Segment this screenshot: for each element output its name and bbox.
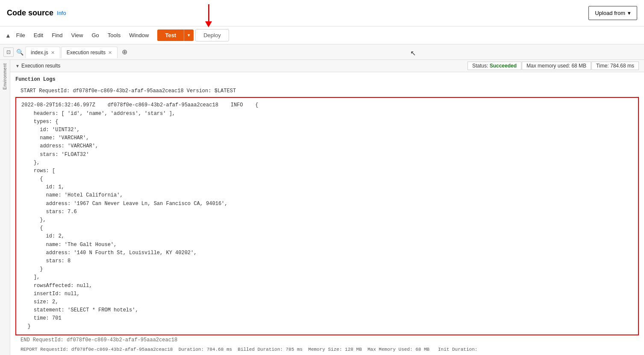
tab-index-js[interactable]: index.js ✕ [25, 47, 60, 58]
dropdown-chevron-icon: ▾ [628, 10, 631, 16]
deploy-button[interactable]: Deploy [195, 29, 229, 41]
status-item: Status: Succeeded [468, 62, 521, 70]
tab-index-js-close[interactable]: ✕ [51, 50, 55, 56]
test-button-group: Test ▾ [157, 29, 194, 41]
start-log-line: START RequestId: df078f0e-c869-43b2-afaf… [15, 85, 639, 97]
tabs-bar: ⊡ 🔍 index.js ✕ Execution results ✕ ⊕ [0, 44, 644, 60]
header-left: Code source Info [7, 9, 66, 18]
menu-go[interactable]: Go [88, 30, 102, 40]
exec-header-left: ▼ Execution results [15, 63, 60, 69]
status-value: Succeeded [490, 63, 517, 69]
status-label: Status: [472, 63, 488, 69]
test-dropdown-button[interactable]: ▾ [184, 29, 194, 41]
menu-edit[interactable]: Edit [30, 30, 47, 40]
exec-results-label: Execution results [21, 63, 60, 69]
editor-pane: ▼ Execution results Status: Succeeded Ma… [10, 60, 644, 355]
collapse-triangle-icon[interactable]: ▼ [15, 64, 20, 68]
function-logs: Function Logs START RequestId: df078f0e-… [10, 72, 644, 355]
tab-execution-results[interactable]: Execution results ✕ [61, 47, 118, 58]
toolbar: ▲ File Edit Find View Go Tools Window Te… [0, 26, 644, 44]
environment-label: Environment [3, 63, 7, 90]
cursor-indicator: ↖ [410, 49, 416, 57]
end-log-line: END RequestId: df078f0e-c869-43b2-afaf-9… [15, 335, 639, 345]
app-title: Code source [7, 9, 53, 18]
tab-index-js-label: index.js [31, 50, 48, 56]
log-code-content: headers: [ 'id', 'name', 'address', 'sta… [21, 111, 227, 330]
menu-view[interactable]: View [68, 30, 87, 40]
report-log-line: REPORT RequestId: df078f0e-c869-43b2-afa… [15, 345, 639, 355]
sidebar-toggle-button[interactable]: ⊡ [3, 47, 14, 57]
collapse-button[interactable]: ▲ [5, 32, 11, 39]
info-badge[interactable]: Info [57, 10, 66, 16]
tab-execution-results-label: Execution results [67, 50, 106, 56]
upload-from-label: Upload from [595, 10, 625, 16]
upload-from-button[interactable]: Upload from ▾ [588, 6, 637, 20]
memory-item: Max memory used: 68 MB [522, 62, 591, 70]
search-icon: 🔍 [16, 49, 24, 56]
function-logs-title: Function Logs [15, 76, 639, 84]
time-item: Time: 784.68 ms [591, 62, 639, 70]
header: Code source Info Upload from ▾ [0, 0, 644, 26]
arrow-annotation [205, 4, 212, 27]
main-content: Environment ▼ Execution results Status: … [0, 60, 644, 355]
log-code-block: 2022-08-29T16:32:46.997Z df078f0e-c869-4… [15, 97, 639, 335]
menu-tools[interactable]: Tools [104, 30, 124, 40]
add-tab-button[interactable]: ⊕ [118, 46, 131, 58]
exec-status-bar: Status: Succeeded Max memory used: 68 MB… [468, 62, 639, 70]
tab-execution-results-close[interactable]: ✕ [108, 50, 112, 56]
menu-window[interactable]: Window [126, 30, 152, 40]
test-button[interactable]: Test [157, 29, 184, 41]
menu-file[interactable]: File [13, 30, 29, 40]
left-sidebar: Environment [0, 60, 10, 355]
execution-results-header: ▼ Execution results Status: Succeeded Ma… [10, 60, 644, 72]
menu-find[interactable]: Find [48, 30, 66, 40]
log-timestamp-line: 2022-08-29T16:32:46.997Z df078f0e-c869-4… [21, 102, 259, 108]
